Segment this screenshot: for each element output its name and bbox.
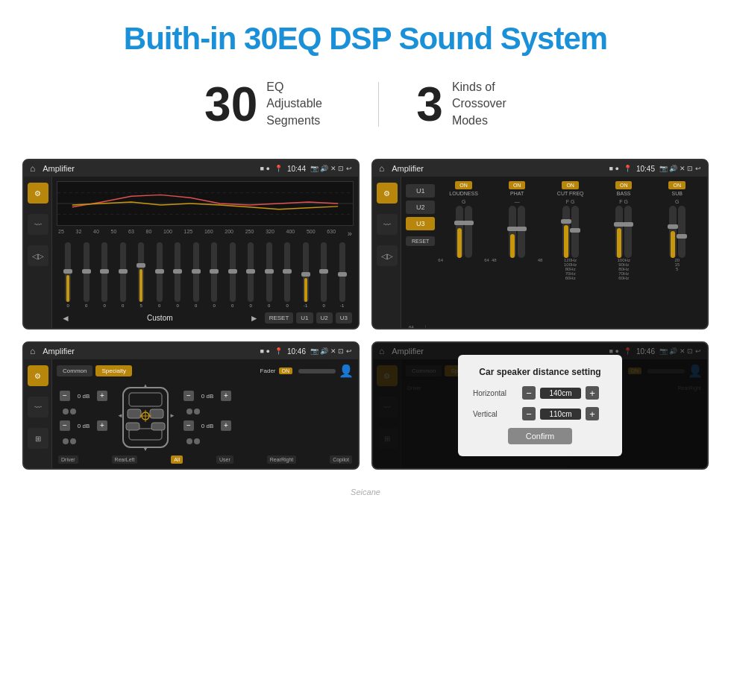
bass-f-label: F (619, 199, 622, 204)
home-icon-2[interactable]: ⌂ (379, 163, 384, 174)
phat-on-btn[interactable]: ON (509, 181, 526, 189)
screen2-main: U1 U2 U3 RESET ON LOUDNESS G (401, 177, 707, 328)
u1-btn[interactable]: U1 (296, 312, 313, 324)
eq-side-btn-wave[interactable]: 〰 (28, 214, 48, 235)
left-bottom-plus[interactable]: + (97, 420, 107, 431)
left-top-minus[interactable]: − (60, 391, 70, 401)
svg-rect-7 (150, 409, 163, 418)
screen-3: ⌂ Amplifier ■ ● 📍 10:46 📷 🔊 ✕ ⊡ ↩ ⚙ 〰 ⊞ … (22, 341, 360, 470)
horizontal-plus[interactable]: + (586, 386, 599, 400)
vertical-plus[interactable]: + (586, 407, 599, 420)
sp-side-btn-wave[interactable]: 〰 (28, 397, 48, 417)
copilot-btn[interactable]: Copilot (330, 455, 352, 464)
sp-side-btn-eq[interactable]: ⚙ (28, 365, 48, 386)
loudness-slider[interactable] (456, 206, 463, 258)
preset-u1[interactable]: U1 (406, 184, 435, 198)
u2-btn[interactable]: U2 (316, 312, 333, 324)
loudness-slider2[interactable] (465, 206, 472, 258)
right-controls: − 0 dB + − 0 dB + (183, 391, 231, 444)
home-icon-1[interactable]: ⌂ (30, 163, 35, 174)
right-top-db: 0 dB (197, 393, 218, 400)
expand-arrow[interactable]: » (348, 229, 352, 238)
stat-eq-desc: EQ AdjustableSegments (266, 79, 341, 129)
u3-btn[interactable]: U3 (336, 312, 352, 324)
reset-btn-2[interactable]: RESET (406, 236, 435, 246)
person-icon: 👤 (339, 364, 354, 378)
stat-eq: 30 EQ AdjustableSegments (167, 79, 378, 129)
preset-u3[interactable]: U3 (406, 217, 435, 230)
cutfreq-g-label: G (571, 199, 574, 204)
user-btn[interactable]: User (216, 455, 233, 464)
left-top-plus[interactable]: + (97, 391, 107, 401)
fader-on-btn[interactable]: ON (279, 368, 293, 374)
dsp-side-btn-wave[interactable]: 〰 (377, 214, 398, 235)
prev-btn[interactable]: ◄ (58, 313, 73, 324)
dsp-content: U1 U2 U3 RESET ON LOUDNESS G (406, 181, 703, 324)
left-top-ctrl: − 0 dB + (60, 391, 107, 401)
cutfreq-on-btn[interactable]: ON (562, 181, 579, 189)
eq-graph (57, 181, 354, 226)
watermark: Seicane (0, 485, 731, 499)
svg-rect-6 (128, 409, 141, 418)
bass-on-btn[interactable]: ON (615, 181, 633, 189)
stat-crossover-number: 3 (416, 81, 443, 128)
speaker-dot-8 (194, 438, 200, 444)
status-bar-1: ⌂ Amplifier ■ ● 📍 10:44 📷 🔊 ✕ ⊡ ↩ (24, 160, 358, 177)
reset-btn-1[interactable]: RESET (265, 312, 294, 324)
phat-slider2[interactable] (518, 206, 525, 258)
home-icon-3[interactable]: ⌂ (30, 346, 35, 356)
specialty-btn[interactable]: Specialty (95, 365, 131, 376)
svg-text:▼: ▼ (142, 446, 148, 451)
sub-label: SUB (672, 191, 683, 196)
common-btn[interactable]: Common (57, 365, 92, 376)
screen3-icons: ■ ● (260, 347, 270, 355)
preset-u2[interactable]: U2 (406, 201, 435, 214)
loudness-on-btn[interactable]: ON (455, 181, 472, 189)
left-bottom-minus[interactable]: − (60, 420, 70, 431)
loudness-val-l: 64 (438, 258, 443, 262)
dsp-side-btn-vol[interactable]: ◁▷ (377, 245, 398, 266)
screen2-side-panel: ⚙ 〰 ◁▷ (373, 177, 401, 328)
location-icon-1: 📍 (274, 165, 283, 172)
sub-slider1[interactable] (669, 206, 677, 258)
rear-left-btn[interactable]: RearLeft (112, 455, 138, 464)
right-bottom-minus[interactable]: − (183, 420, 194, 431)
channel-bass: ON BASS F G (598, 181, 650, 324)
cutfreq-slider1[interactable] (562, 206, 570, 258)
speaker-dot-7 (186, 438, 192, 444)
all-btn[interactable]: All (171, 455, 183, 464)
distance-dialog: Car speaker distance setting Horizontal … (458, 355, 622, 456)
vertical-value: 110cm (540, 409, 581, 420)
bass-slider2[interactable] (624, 206, 632, 258)
channel-sub: ON SUB G (651, 181, 703, 324)
dsp-side-btn-eq[interactable]: ⚙ (377, 183, 398, 204)
cutfreq-f-label: F (566, 199, 569, 204)
vertical-minus[interactable]: − (522, 407, 536, 420)
screen3-status-icons: 📷 🔊 ✕ ⊡ ↩ (310, 347, 352, 355)
next-btn[interactable]: ► (247, 313, 262, 324)
loudness-g-label: G (462, 199, 465, 204)
sub-slider2[interactable] (678, 206, 685, 258)
bass-slider1[interactable] (615, 206, 623, 258)
phat-slider[interactable] (509, 206, 516, 258)
slider-1: 0 (60, 242, 77, 308)
right-bottom-plus[interactable]: + (221, 420, 231, 431)
svg-text:►: ► (169, 412, 175, 419)
right-top-plus[interactable]: + (221, 391, 231, 401)
eq-side-btn-active[interactable]: ⚙ (28, 183, 48, 204)
screens-grid: ⌂ Amplifier ■ ● 📍 10:44 📷 🔊 ✕ ⊡ ↩ ⚙ 〰 ◁▷ (0, 151, 731, 485)
sub-on-btn[interactable]: ON (668, 181, 685, 189)
eq-side-btn-vol[interactable]: ◁▷ (28, 245, 48, 266)
confirm-button[interactable]: Confirm (508, 428, 573, 444)
sp-side-btn-bt[interactable]: ⊞ (28, 428, 48, 449)
stat-crossover: 3 Kinds ofCrossover Modes (379, 79, 564, 129)
rear-right-btn[interactable]: RearRight (267, 455, 297, 464)
fader-slider[interactable] (298, 369, 336, 373)
right-top-minus[interactable]: − (183, 391, 194, 401)
preset-name: Custom (76, 314, 244, 322)
horizontal-minus[interactable]: − (522, 386, 536, 400)
speaker-dot-4 (70, 438, 76, 444)
driver-btn[interactable]: Driver (58, 455, 78, 464)
screen-1: ⌂ Amplifier ■ ● 📍 10:44 📷 🔊 ✕ ⊡ ↩ ⚙ 〰 ◁▷ (22, 159, 360, 329)
cutfreq-slider2[interactable] (571, 206, 579, 258)
